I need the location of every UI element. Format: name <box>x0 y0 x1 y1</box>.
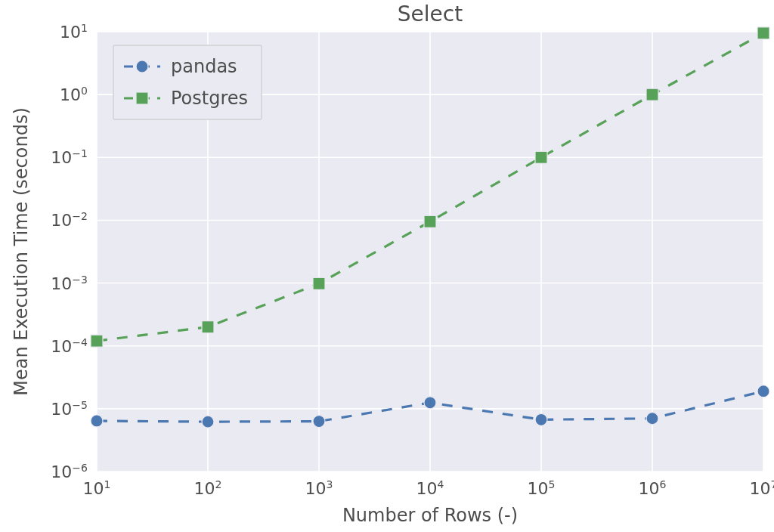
legend-marker-postgres <box>136 92 148 104</box>
data-point <box>646 413 658 425</box>
data-point <box>646 88 658 101</box>
data-point <box>91 415 103 427</box>
x-tick-labels: 101102103104105106107 <box>83 478 774 498</box>
data-point <box>424 397 436 409</box>
data-point <box>757 385 769 397</box>
x-tick-label: 107 <box>750 478 774 498</box>
y-tick-labels: 10−610−510−410−310−210−1100101 <box>51 22 88 481</box>
y-tick-label: 101 <box>60 22 88 42</box>
y-tick-label: 10−1 <box>51 147 88 167</box>
legend: pandasPostgres <box>113 45 262 119</box>
x-tick-label: 105 <box>528 478 556 498</box>
y-tick-label: 100 <box>60 85 88 104</box>
y-axis-title: Mean Execution Time (seconds) <box>11 107 32 396</box>
x-tick-label: 102 <box>194 478 222 498</box>
legend-label-postgres: Postgres <box>171 88 248 109</box>
data-point <box>757 27 769 39</box>
data-point <box>202 416 214 428</box>
data-point <box>313 416 325 428</box>
x-tick-label: 103 <box>305 478 333 498</box>
chart-container: 101102103104105106107 10−610−510−410−310… <box>0 0 774 532</box>
data-point <box>535 151 547 163</box>
y-tick-label: 10−3 <box>51 274 88 293</box>
data-point <box>313 277 325 289</box>
y-tick-label: 10−4 <box>51 336 88 356</box>
x-tick-label: 101 <box>83 478 111 498</box>
data-point <box>202 321 214 333</box>
chart-svg: 101102103104105106107 10−610−510−410−310… <box>0 0 774 532</box>
data-point <box>424 215 436 227</box>
data-point <box>91 335 103 347</box>
legend-label-pandas: pandas <box>171 56 237 77</box>
y-tick-label: 10−2 <box>51 210 88 230</box>
data-point <box>535 413 547 425</box>
legend-marker-pandas <box>136 60 148 73</box>
chart-title: Select <box>398 2 463 26</box>
x-tick-label: 106 <box>639 478 667 498</box>
x-axis-title: Number of Rows (-) <box>342 505 518 526</box>
x-tick-label: 104 <box>416 478 444 498</box>
y-tick-label: 10−5 <box>51 399 88 419</box>
